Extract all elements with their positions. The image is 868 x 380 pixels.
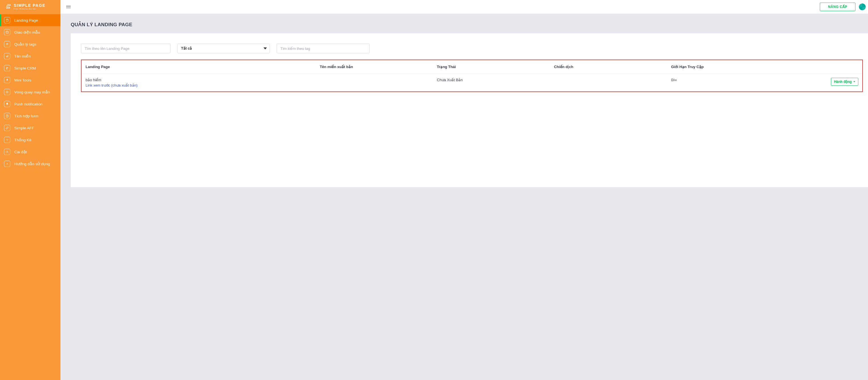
- search-name-input[interactable]: [81, 43, 170, 53]
- chart-icon: [4, 53, 10, 59]
- row-status: Chưa Xuất Bản: [433, 74, 550, 92]
- content: QUẢN LÝ LANDING PAGE Tất cả Landing Page: [60, 14, 868, 380]
- table-row: bảo hiểm Link xem trước (chưa xuất bản) …: [82, 74, 862, 92]
- sidebar-item-templates[interactable]: Giao diện mẫu: [0, 26, 60, 38]
- brand-logo-icon: [5, 3, 11, 10]
- sidebar-item-landing-page[interactable]: Landing Page: [0, 14, 60, 26]
- users-icon: [4, 65, 10, 71]
- svg-rect-7: [7, 56, 7, 57]
- table-header-row: Landing Page Tên miền xuất bản Trạng Thá…: [82, 60, 862, 74]
- form-icon: [4, 113, 10, 119]
- sidebar-item-label: Thống Kê: [14, 138, 31, 142]
- landing-pages-table: Landing Page Tên miền xuất bản Trạng Thá…: [82, 60, 862, 92]
- help-icon: ?: [4, 161, 10, 167]
- sidebar-item-label: Vòng quay may mắn: [14, 90, 50, 94]
- circle-icon: [4, 89, 10, 95]
- svg-point-16: [6, 139, 7, 140]
- svg-point-0: [6, 19, 8, 20]
- link-icon: [4, 125, 10, 131]
- status-select[interactable]: Tất cả: [177, 43, 270, 53]
- page-title: QUẢN LÝ LANDING PAGE: [71, 22, 868, 28]
- upgrade-button[interactable]: NÂNG CẤP: [820, 3, 856, 11]
- sidebar-nav: Landing Page Giao diện mẫu Quản lý tags …: [0, 14, 60, 170]
- sidebar-item-label: Giao diện mẫu: [14, 30, 40, 34]
- row-limit: 0/∞: [667, 74, 784, 92]
- table-highlight: Landing Page Tên miền xuất bản Trạng Thá…: [81, 60, 863, 92]
- sidebar-item-label: Simple AFF: [14, 126, 34, 130]
- template-icon: [4, 29, 10, 35]
- sidebar-item-forms[interactable]: Tích hợp form: [0, 110, 60, 122]
- svg-rect-1: [6, 31, 8, 33]
- stats-icon: [4, 137, 10, 143]
- sidebar-item-label: Mini Tools: [14, 78, 31, 82]
- action-dropdown-button[interactable]: Hành động: [831, 78, 858, 86]
- action-label: Hành động: [834, 80, 852, 84]
- sidebar-item-label: Hướng dẫn sử dụng: [14, 162, 50, 166]
- row-name: bảo hiểm: [86, 78, 101, 82]
- bell-icon: [4, 101, 10, 107]
- col-header-limit: Giới Hạn Truy Cập: [667, 60, 784, 74]
- main-area: NÂNG CẤP QUẢN LÝ LANDING PAGE Tất cả La: [60, 0, 868, 380]
- sidebar-item-domains[interactable]: Tên miền: [0, 50, 60, 62]
- sidebar-item-label: Tên miền: [14, 54, 31, 58]
- svg-point-19: [7, 151, 8, 152]
- row-campaign: [550, 74, 667, 92]
- row-domain: [316, 74, 433, 92]
- sidebar-item-push[interactable]: Push notification: [0, 98, 60, 110]
- filter-row: Tất cả: [81, 43, 863, 53]
- sidebar-item-help[interactable]: ? Hướng dẫn sử dụng: [0, 158, 60, 170]
- sidebar-item-aff[interactable]: Simple AFF: [0, 122, 60, 134]
- sidebar-item-label: Quản lý tags: [14, 42, 36, 46]
- rocket-icon: [4, 77, 10, 83]
- svg-point-9: [6, 67, 7, 68]
- sidebar-item-label: Push notification: [14, 102, 42, 106]
- list-icon: [4, 41, 10, 47]
- col-header-domain: Tên miền xuất bản: [316, 60, 433, 74]
- gear-icon: [4, 149, 10, 155]
- svg-rect-6: [6, 56, 7, 57]
- svg-point-17: [7, 139, 8, 140]
- col-header-landing: Landing Page: [82, 60, 316, 74]
- brand-text: SIMPLE PAGE Free Website Builder: [14, 3, 45, 10]
- database-icon: [4, 17, 10, 23]
- sidebar-item-label: Cài đặt: [14, 149, 27, 154]
- sidebar-item-label: Tích hợp form: [14, 114, 38, 118]
- svg-point-18: [7, 140, 7, 141]
- sidebar-item-luckywheel[interactable]: Vòng quay may mắn: [0, 86, 60, 98]
- sidebar-item-tags[interactable]: Quản lý tags: [0, 38, 60, 50]
- sidebar-item-label: Simple CRM: [14, 66, 36, 70]
- svg-rect-8: [8, 55, 8, 57]
- svg-point-12: [7, 92, 7, 92]
- avatar[interactable]: [859, 3, 866, 10]
- col-header-action: [784, 60, 862, 74]
- sidebar-item-label: Landing Page: [14, 18, 38, 23]
- search-tag-input[interactable]: [277, 43, 370, 53]
- sidebar-item-crm[interactable]: Simple CRM: [0, 62, 60, 74]
- col-header-status: Trạng Thái: [433, 60, 550, 74]
- preview-link[interactable]: Link xem trước (chưa xuất bản): [86, 83, 312, 88]
- col-header-campaign: Chiến dịch: [550, 60, 667, 74]
- sidebar-item-settings[interactable]: Cài đặt: [0, 146, 60, 158]
- brand-logo[interactable]: SIMPLE PAGE Free Website Builder: [0, 0, 60, 14]
- svg-text:?: ?: [6, 163, 8, 165]
- sidebar-item-minitools[interactable]: Mini Tools: [0, 74, 60, 86]
- sidebar-item-stats[interactable]: Thống Kê: [0, 134, 60, 146]
- brand-subtitle: Free Website Builder: [14, 8, 45, 10]
- panel: Tất cả Landing Page Tên miền xuất bản Tr…: [71, 33, 868, 187]
- brand-title: SIMPLE PAGE: [14, 3, 45, 7]
- sidebar: SIMPLE PAGE Free Website Builder Landing…: [0, 0, 60, 380]
- topbar: NÂNG CẤP: [60, 0, 868, 14]
- svg-point-10: [7, 67, 8, 68]
- menu-toggle-icon[interactable]: [64, 4, 72, 10]
